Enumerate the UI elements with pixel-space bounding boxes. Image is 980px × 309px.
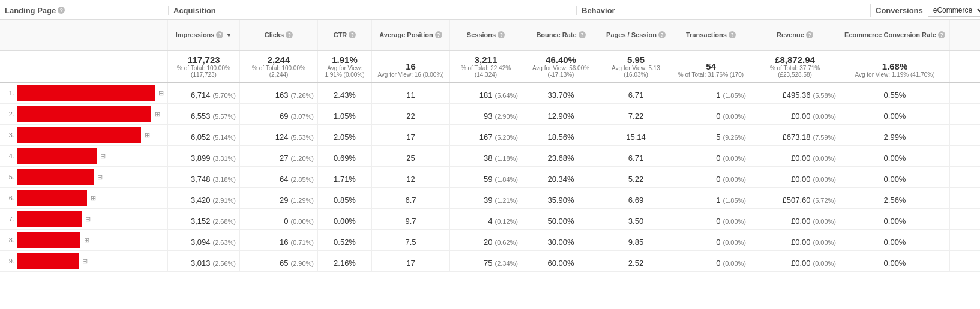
- data-rows-container: 1. ⊞ 6,714 (5.70%) 163 (7.26%) 2.43% 11 …: [0, 83, 980, 272]
- row-number: 1.: [4, 89, 14, 97]
- ecommerce-rate-value: 0.00%: [884, 112, 906, 121]
- transactions-pct: (0.00%): [723, 260, 746, 267]
- bounce-rate-cell: 30.00%: [522, 230, 600, 250]
- sessions-value: 93: [484, 112, 492, 121]
- pages-session-cell: 6.69: [600, 188, 672, 208]
- link-icon: ⊞: [97, 173, 103, 181]
- transactions-cell: 0 (0.00%): [672, 146, 750, 166]
- sessions-cell: 59 (1.84%): [450, 167, 522, 187]
- col-bounce-rate[interactable]: Bounce Rate ?: [522, 20, 600, 50]
- sessions-value: 75: [484, 259, 492, 268]
- table-row: 1. ⊞ 6,714 (5.70%) 163 (7.26%) 2.43% 11 …: [0, 83, 980, 104]
- sessions-cell: 181 (5.64%): [450, 83, 522, 103]
- landing-page-cell[interactable]: 8. ⊞: [0, 230, 168, 250]
- revenue-pct: (0.00%): [813, 155, 836, 162]
- acquisition-label: Acquisition: [173, 6, 216, 15]
- ecommerce-rate-value: 0.00%: [884, 154, 906, 163]
- revenue-cell: £0.00 (0.00%): [750, 146, 840, 166]
- revenue-cell: £0.00 (0.00%): [750, 251, 840, 271]
- pages-session-value: 9.85: [628, 238, 643, 247]
- ecommerce-rate-value: 0.00%: [884, 175, 906, 184]
- col-clicks[interactable]: Clicks ?: [240, 20, 318, 50]
- ecommerce-rate-cell: 0.00%: [840, 209, 950, 229]
- col-pages-session[interactable]: Pages / Session ?: [600, 20, 672, 50]
- row-number: 5.: [4, 173, 14, 181]
- pages-session-cell: 15.14: [600, 125, 672, 145]
- landing-page-cell[interactable]: 6. ⊞: [0, 188, 168, 208]
- landing-page-cell[interactable]: 3. ⊞: [0, 125, 168, 145]
- transactions-pct: (0.00%): [723, 113, 746, 120]
- totals-row: 117,723 % of Total: 100.00% (117,723) 2,…: [0, 51, 980, 83]
- col-avg-position[interactable]: Average Position ?: [372, 20, 450, 50]
- table-row: 4. ⊞ 3,899 (3.31%) 27 (1.20%) 0.69% 25 3…: [0, 146, 980, 167]
- landing-page-help-icon[interactable]: ?: [58, 7, 65, 14]
- sessions-value: 4: [488, 217, 492, 226]
- col-ecommerce-rate[interactable]: Ecommerce Conversion Rate ?: [840, 20, 950, 50]
- ecommerce-rate-value: 0.00%: [884, 217, 906, 226]
- totals-pages-session: 5.95 Avg for View: 5.13 (16.03%): [600, 51, 672, 82]
- col-revenue[interactable]: Revenue ?: [750, 20, 840, 50]
- pages-session-value: 7.22: [628, 112, 643, 121]
- avg-position-value: 12: [406, 175, 415, 184]
- impressions-help-icon[interactable]: ?: [216, 31, 223, 38]
- bounce-rate-value: 18.56%: [547, 133, 574, 142]
- landing-page-cell[interactable]: 2. ⊞: [0, 104, 168, 124]
- pages-session-cell: 6.71: [600, 146, 672, 166]
- link-icon: ⊞: [155, 110, 160, 118]
- sessions-help-icon[interactable]: ?: [498, 31, 505, 38]
- clicks-cell: 0 (0.00%): [240, 209, 318, 229]
- ecommerce-rate-value: 0.00%: [884, 238, 906, 247]
- landing-page-cell[interactable]: 9. ⊞: [0, 251, 168, 271]
- clicks-pct: (7.26%): [290, 92, 314, 99]
- ctr-help-icon[interactable]: ?: [349, 31, 356, 38]
- bounce-rate-value: 33.70%: [547, 91, 574, 100]
- ecommerce-rate-value: 0.55%: [884, 91, 906, 100]
- transactions-cell: 0 (0.00%): [672, 230, 750, 250]
- table-row: 7. ⊞ 3,152 (2.68%) 0 (0.00%) 0.00% 9.7 4…: [0, 209, 980, 230]
- clicks-pct: (1.29%): [290, 197, 314, 204]
- col-sessions[interactable]: Sessions ?: [450, 20, 522, 50]
- ctr-value: 2.05%: [334, 133, 356, 142]
- avg-position-help-icon[interactable]: ?: [435, 31, 442, 38]
- ecommerce-rate-value: 0.00%: [884, 259, 906, 268]
- landing-page-cell[interactable]: 1. ⊞: [0, 83, 168, 103]
- impressions-sort-icon[interactable]: ▼: [226, 32, 232, 38]
- avg-position-value: 17: [406, 133, 415, 142]
- totals-sessions: 3,211 % of Total: 22.42% (14,324): [450, 51, 522, 82]
- ecommerce-rate-cell: 0.55%: [840, 83, 950, 103]
- pages-session-value: 3.50: [628, 217, 643, 226]
- ecommerce-rate-cell: 0.00%: [840, 230, 950, 250]
- revenue-cell: £0.00 (0.00%): [750, 230, 840, 250]
- ecommerce-rate-cell: 0.00%: [840, 251, 950, 271]
- avg-position-cell: 17: [372, 125, 450, 145]
- transactions-help-icon[interactable]: ?: [729, 31, 736, 38]
- clicks-pct: (1.20%): [290, 155, 314, 162]
- totals-transactions: 54 % of Total: 31.76% (170): [672, 51, 750, 82]
- sessions-value: 181: [479, 91, 493, 100]
- totals-revenue: £8,872.94 % of Total: 37.71% (£23,528.58…: [750, 51, 840, 82]
- ecommerce-rate-help-icon[interactable]: ?: [938, 31, 945, 38]
- landing-page-cell[interactable]: 5. ⊞: [0, 167, 168, 187]
- landing-page-cell[interactable]: 4. ⊞: [0, 146, 168, 166]
- row-number: 2.: [4, 110, 14, 118]
- revenue-cell: £495.36 (5.58%): [750, 83, 840, 103]
- pages-session-cell: 6.71: [600, 83, 672, 103]
- col-ctr[interactable]: CTR ?: [318, 20, 372, 50]
- revenue-value: £0.00: [791, 238, 811, 247]
- revenue-pct: (0.00%): [813, 239, 836, 246]
- impressions-value: 6,052: [191, 133, 211, 142]
- row-number: 9.: [4, 257, 14, 265]
- bar-chart: [17, 106, 151, 122]
- landing-page-cell[interactable]: 7. ⊞: [0, 209, 168, 229]
- bounce-rate-help-icon[interactable]: ?: [579, 31, 586, 38]
- link-icon: ⊞: [84, 236, 89, 244]
- pages-session-help-icon[interactable]: ?: [658, 31, 666, 38]
- col-transactions[interactable]: Transactions ?: [672, 20, 750, 50]
- col-impressions[interactable]: Impressions ? ▼: [168, 20, 240, 50]
- clicks-help-icon[interactable]: ?: [286, 31, 293, 38]
- revenue-help-icon[interactable]: ?: [806, 31, 813, 38]
- clicks-pct: (0.71%): [290, 239, 314, 246]
- avg-position-cell: 25: [372, 146, 450, 166]
- ecommerce-select[interactable]: eCommerce: [928, 4, 980, 17]
- ctr-value: 2.16%: [334, 259, 356, 268]
